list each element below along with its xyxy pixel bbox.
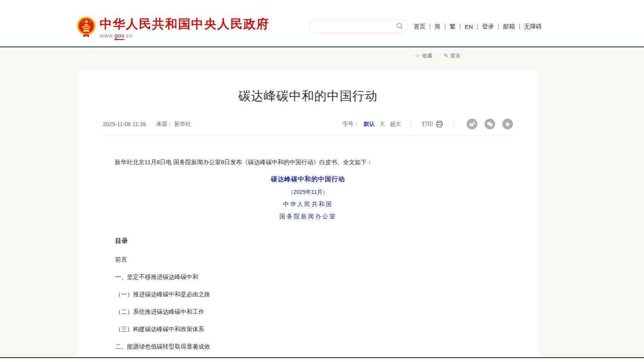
article-card: 碳达峰碳中和的中国行动 2025-11-08 11:39 来源： 新华社 字号：… <box>78 70 538 362</box>
weibo-icon <box>469 121 475 127</box>
pencil-icon: ✎ <box>443 52 448 59</box>
toc-item-preface[interactable]: 前言 <box>115 256 513 263</box>
favorite-label: 收藏 <box>422 52 432 59</box>
toc-item-1-1[interactable]: （一）推进碳达峰碳中和是必由之路 <box>115 291 513 298</box>
page: 中华人民共和国中央人民政府 www.gov.cn 首页 简 繁 EN 登录 邮箱… <box>0 0 644 362</box>
national-emblem-logo <box>76 16 97 39</box>
nav-simplified[interactable]: 简 <box>430 23 445 30</box>
wechat-share-button[interactable] <box>484 119 495 129</box>
document-org-line2: 国务院新闻办公室 <box>78 213 538 220</box>
source-label: 来源： <box>156 121 173 127</box>
printer-icon <box>435 121 443 128</box>
fontsize-xlarge-button[interactable]: 超大 <box>390 121 401 128</box>
print-label: 打印 <box>422 121 433 128</box>
star-share-button[interactable] <box>502 119 513 129</box>
favorite-button[interactable]: ☆ 收藏 <box>415 52 432 59</box>
toc-item-1-3[interactable]: （三）构建碳达峰碳中和政策体系 <box>115 326 513 332</box>
toc-item-2[interactable]: 二、能源绿色低碳转型取得显著成效 <box>115 343 513 350</box>
site-title: 中华人民共和国中央人民政府 <box>100 17 270 31</box>
viewport-bottom-strip <box>0 358 644 362</box>
article-title: 碳达峰碳中和的中国行动 <box>78 88 538 104</box>
article-meta-right: 字号： 默认 大 超大 打印 <box>342 119 513 129</box>
fontsize-label: 字号： <box>342 121 359 128</box>
toc-item-1-2[interactable]: （二）系统推进碳达峰碳中和工作 <box>115 308 513 315</box>
document-heading: 碳达峰碳中和的中国行动 （2025年11月） 中华人民共和国 国务院新闻办公室 <box>78 175 538 220</box>
source-value: 新华社 <box>174 121 191 127</box>
search-icon[interactable] <box>396 22 404 30</box>
article-actions: ☆ 收藏 ✎ 留言 <box>415 52 461 59</box>
site-header: 中华人民共和国中央人民政府 www.gov.cn 首页 简 繁 EN 登录 邮箱… <box>0 0 644 46</box>
nav-english[interactable]: EN <box>460 23 477 30</box>
nav-mail[interactable]: 邮箱 <box>499 23 519 30</box>
top-nav: 首页 简 繁 EN 登录 邮箱 无障碍 <box>414 22 546 31</box>
document-org-line1: 中华人民共和国 <box>78 201 538 208</box>
site-url-cn: .cn <box>124 32 133 39</box>
toc-heading: 目录 <box>115 237 513 245</box>
toc-item-1[interactable]: 一、坚定不移推进碳达峰碳中和 <box>115 273 513 280</box>
site-url-gov: gov <box>114 32 124 40</box>
wechat-icon <box>486 121 493 127</box>
article-meta-left: 2025-11-08 11:39 来源： 新华社 <box>103 121 191 128</box>
nav-login[interactable]: 登录 <box>478 23 498 30</box>
article-meta-row: 2025-11-08 11:39 来源： 新华社 字号： 默认 大 超大 打印 <box>103 119 513 136</box>
search-input[interactable] <box>316 23 396 29</box>
fontsize-default-button[interactable]: 默认 <box>364 121 375 128</box>
print-button[interactable]: 打印 <box>422 121 443 128</box>
article-lead-paragraph: 新华社北京11月8日电 国务院新闻办公室8日发布《碳达峰碳中和的中国行动》白皮书… <box>103 157 513 167</box>
search-box[interactable] <box>309 19 408 33</box>
nav-accessibility[interactable]: 无障碍 <box>520 23 546 30</box>
article-source: 来源： 新华社 <box>156 121 191 128</box>
document-title: 碳达峰碳中和的中国行动 <box>78 175 538 184</box>
star-outline-icon: ☆ <box>415 52 420 59</box>
nav-home[interactable]: 首页 <box>414 23 430 30</box>
document-date: （2025年11月） <box>78 189 538 196</box>
site-url[interactable]: www.gov.cn <box>100 32 270 39</box>
weibo-share-button[interactable] <box>467 119 477 129</box>
site-url-www: www. <box>100 32 114 39</box>
nav-traditional[interactable]: 繁 <box>445 23 460 30</box>
site-identity: 中华人民共和国中央人民政府 www.gov.cn <box>100 17 270 39</box>
meta-divider <box>454 121 454 127</box>
message-button[interactable]: ✎ 留言 <box>443 52 461 59</box>
article-date: 2025-11-08 11:39 <box>103 121 146 127</box>
meta-divider <box>411 121 412 127</box>
star-share-icon <box>504 121 511 127</box>
message-label: 留言 <box>450 52 461 59</box>
fontsize-large-button[interactable]: 大 <box>380 121 385 128</box>
